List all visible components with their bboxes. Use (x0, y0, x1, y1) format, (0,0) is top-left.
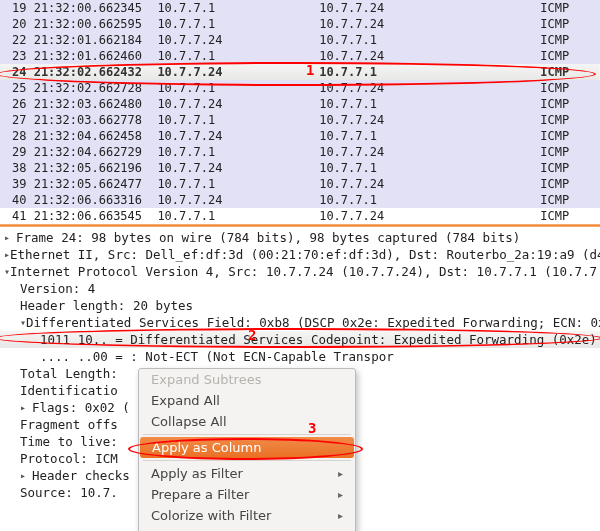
col-no-time: 24 21:32:02.662432 (0, 64, 145, 80)
col-destination: 10.7.7.1 (307, 64, 528, 80)
detail-dsfield[interactable]: ▾Differentiated Services Field: 0xb8 (DS… (0, 314, 600, 331)
menu-separator (143, 434, 351, 435)
context-menu: Expand Subtrees Expand All Collapse All … (138, 368, 356, 501)
col-destination: 10.7.7.24 (307, 80, 528, 96)
col-source: 10.7.7.1 (145, 48, 307, 64)
packet-list-table: 19 21:32:00.66234510.7.7.110.7.7.24ICMP2… (0, 0, 600, 224)
col-no-time: 19 21:32:00.662345 (0, 0, 145, 16)
packet-row[interactable]: 20 21:32:00.66259510.7.7.110.7.7.24ICMP (0, 16, 600, 32)
detail-ecn[interactable]: .... ..00 = : Not-ECT (Not ECN-Capable T… (0, 348, 600, 365)
col-destination: 10.7.7.24 (307, 208, 528, 224)
col-protocol: ICMP (528, 144, 600, 160)
col-protocol: ICMP (528, 208, 600, 224)
packet-row[interactable]: 23 21:32:01.66246010.7.7.110.7.7.24ICMP (0, 48, 600, 64)
detail-frame[interactable]: ▸Frame 24: 98 bytes on wire (784 bits), … (0, 229, 600, 246)
col-no-time: 26 21:32:03.662480 (0, 96, 145, 112)
col-no-time: 38 21:32:05.662196 (0, 160, 145, 176)
col-source: 10.7.7.1 (145, 208, 307, 224)
col-protocol: ICMP (528, 160, 600, 176)
packet-row[interactable]: 41 21:32:06.66354510.7.7.110.7.7.24ICMP (0, 208, 600, 224)
col-source: 10.7.7.24 (145, 192, 307, 208)
chevron-right-icon: ▸ (4, 229, 16, 246)
packet-row[interactable]: 27 21:32:03.66277810.7.7.110.7.7.24ICMP (0, 112, 600, 128)
col-no-time: 28 21:32:04.662458 (0, 128, 145, 144)
col-protocol: ICMP (528, 0, 600, 16)
detail-ipv4[interactable]: ▾Internet Protocol Version 4, Src: 10.7.… (0, 263, 600, 280)
col-destination: 10.7.7.1 (307, 96, 528, 112)
col-source: 10.7.7.1 (145, 176, 307, 192)
col-no-time: 22 21:32:01.662184 (0, 32, 145, 48)
col-source: 10.7.7.24 (145, 128, 307, 144)
chevron-right-icon: ▸ (20, 399, 32, 416)
menu-prepare-a-filter[interactable]: Prepare a Filter▸ (139, 484, 355, 501)
menu-expand-all[interactable]: Expand All (139, 390, 355, 411)
col-source: 10.7.7.24 (145, 64, 307, 80)
menu-apply-as-column[interactable]: Apply as Column (140, 437, 354, 458)
col-no-time: 20 21:32:00.662595 (0, 16, 145, 32)
packet-row[interactable]: 40 21:32:06.66331610.7.7.2410.7.7.1ICMP (0, 192, 600, 208)
col-protocol: ICMP (528, 16, 600, 32)
col-protocol: ICMP (528, 192, 600, 208)
col-source: 10.7.7.24 (145, 160, 307, 176)
col-source: 10.7.7.24 (145, 96, 307, 112)
col-no-time: 27 21:32:03.662778 (0, 112, 145, 128)
col-protocol: ICMP (528, 80, 600, 96)
col-destination: 10.7.7.1 (307, 192, 528, 208)
col-protocol: ICMP (528, 32, 600, 48)
col-source: 10.7.7.1 (145, 0, 307, 16)
packet-row[interactable]: 38 21:32:05.66219610.7.7.2410.7.7.1ICMP (0, 160, 600, 176)
col-source: 10.7.7.24 (145, 32, 307, 48)
packet-row[interactable]: 22 21:32:01.66218410.7.7.2410.7.7.1ICMP (0, 32, 600, 48)
col-protocol: ICMP (528, 96, 600, 112)
col-destination: 10.7.7.1 (307, 32, 528, 48)
col-destination: 10.7.7.24 (307, 16, 528, 32)
col-no-time: 29 21:32:04.662729 (0, 144, 145, 160)
detail-version[interactable]: Version: 4 (0, 280, 600, 297)
packet-row[interactable]: 26 21:32:03.66248010.7.7.2410.7.7.1ICMP (0, 96, 600, 112)
col-no-time: 39 21:32:05.662477 (0, 176, 145, 192)
chevron-right-icon: ▸ (338, 468, 343, 479)
detail-dscp[interactable]: 1011 10.. = Differentiated Services Code… (0, 331, 600, 348)
col-no-time: 40 21:32:06.663316 (0, 192, 145, 208)
col-source: 10.7.7.1 (145, 80, 307, 96)
detail-header-length[interactable]: Header length: 20 bytes (0, 297, 600, 314)
col-destination: 10.7.7.24 (307, 0, 528, 16)
col-source: 10.7.7.1 (145, 16, 307, 32)
menu-expand-subtrees: Expand Subtrees (139, 369, 355, 390)
col-no-time: 41 21:32:06.663545 (0, 208, 145, 224)
col-source: 10.7.7.1 (145, 144, 307, 160)
col-protocol: ICMP (528, 128, 600, 144)
packet-row[interactable]: 19 21:32:00.66234510.7.7.110.7.7.24ICMP (0, 0, 600, 16)
menu-separator (143, 460, 351, 461)
col-destination: 10.7.7.1 (307, 128, 528, 144)
col-destination: 10.7.7.24 (307, 176, 528, 192)
col-protocol: ICMP (528, 112, 600, 128)
packet-row[interactable]: 25 21:32:02.66272810.7.7.110.7.7.24ICMP (0, 80, 600, 96)
chevron-right-icon: ▸ (338, 489, 343, 500)
col-protocol: ICMP (528, 64, 600, 80)
packet-row[interactable]: 28 21:32:04.66245810.7.7.2410.7.7.1ICMP (0, 128, 600, 144)
menu-collapse-all[interactable]: Collapse All (139, 411, 355, 432)
col-no-time: 25 21:32:02.662728 (0, 80, 145, 96)
col-destination: 10.7.7.1 (307, 160, 528, 176)
menu-apply-as-filter[interactable]: Apply as Filter▸ (139, 463, 355, 484)
chevron-right-icon: ▸ (20, 467, 32, 484)
col-destination: 10.7.7.24 (307, 48, 528, 64)
col-destination: 10.7.7.24 (307, 112, 528, 128)
detail-ethernet[interactable]: ▸Ethernet II, Src: Dell_ef:df:3d (00:21:… (0, 246, 600, 263)
col-source: 10.7.7.1 (145, 112, 307, 128)
col-protocol: ICMP (528, 48, 600, 64)
packet-row[interactable]: 24 21:32:02.66243210.7.7.2410.7.7.1ICMP (0, 64, 600, 80)
packet-row[interactable]: 39 21:32:05.66247710.7.7.110.7.7.24ICMP (0, 176, 600, 192)
col-no-time: 23 21:32:01.662460 (0, 48, 145, 64)
packet-row[interactable]: 29 21:32:04.66272910.7.7.110.7.7.24ICMP (0, 144, 600, 160)
col-protocol: ICMP (528, 176, 600, 192)
col-destination: 10.7.7.24 (307, 144, 528, 160)
